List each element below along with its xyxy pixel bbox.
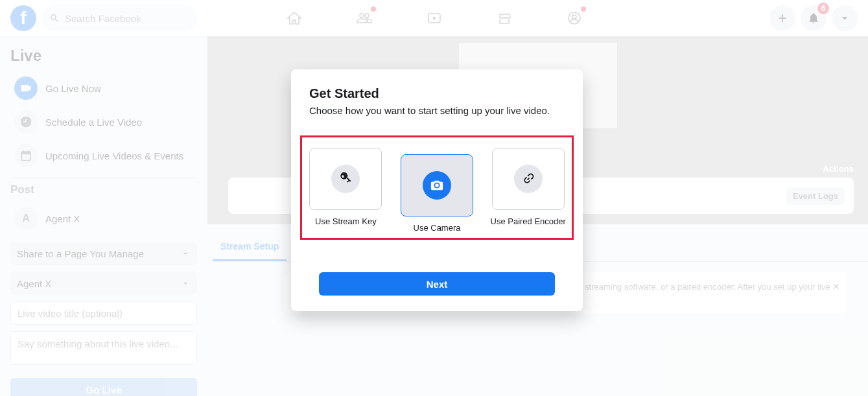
modal-title: Get Started <box>309 86 565 101</box>
options-highlight: Use Stream Key Use Camera Use Paired Enc… <box>300 135 574 240</box>
option-label: Use Stream Key <box>315 216 377 226</box>
option-paired-encoder[interactable]: Use Paired Encoder <box>489 148 567 233</box>
option-label: Use Camera <box>414 223 461 233</box>
option-stream-key[interactable]: Use Stream Key <box>307 148 384 233</box>
next-button[interactable]: Next <box>319 272 555 296</box>
get-started-modal: Get Started Choose how you want to start… <box>291 69 583 311</box>
link-icon <box>514 165 543 193</box>
option-use-camera[interactable]: Use Camera <box>399 148 476 233</box>
option-label: Use Paired Encoder <box>491 216 566 226</box>
modal-subtitle: Choose how you want to start setting up … <box>309 105 565 116</box>
key-icon <box>331 165 360 193</box>
camera-icon <box>423 171 451 200</box>
